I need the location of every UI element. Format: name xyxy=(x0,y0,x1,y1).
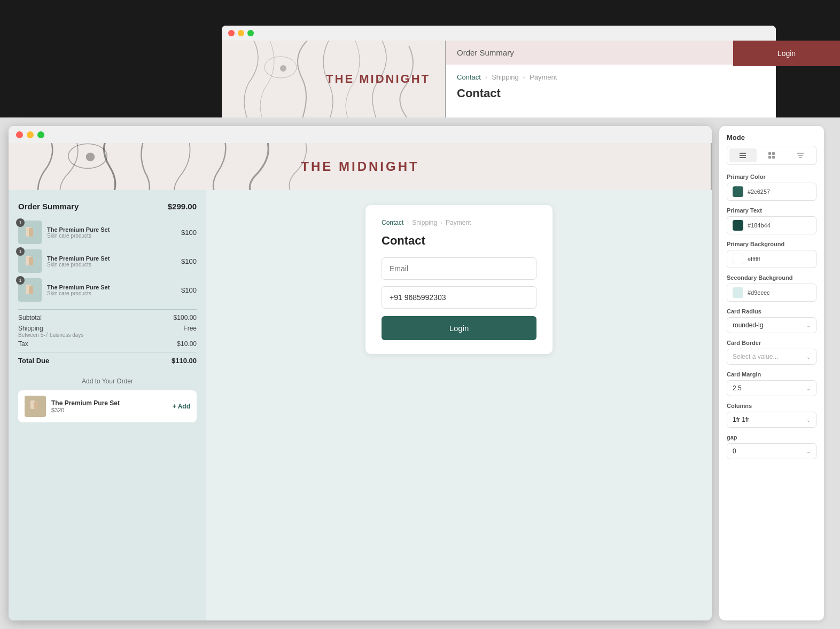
primary-color-value: #2c6257 xyxy=(748,188,770,195)
product-name-2: The Premium Pure Set xyxy=(47,255,176,262)
primary-text-row[interactable]: #184b44 xyxy=(727,216,816,234)
add-button[interactable]: + Add xyxy=(173,403,190,410)
card-margin-arrow: ⌄ xyxy=(806,386,811,391)
breadcrumb-sep2: › xyxy=(440,219,442,226)
breadcrumb-contact-top[interactable]: Contact xyxy=(457,73,481,81)
order-summary-title: Order Summary xyxy=(18,202,79,211)
order-summary-total: $299.00 xyxy=(168,202,197,211)
order-summary-label-preview: Order Summary xyxy=(457,48,514,57)
card-border-select[interactable]: Select a value... ⌄ xyxy=(727,349,816,365)
email-field[interactable] xyxy=(382,257,536,280)
breadcrumb-payment-top[interactable]: Payment xyxy=(530,73,557,81)
primary-color-swatch xyxy=(733,186,743,197)
add-product-price: $320 xyxy=(51,407,167,413)
card-radius-setting: Card Radius rounded-lg ⌄ xyxy=(727,308,816,333)
svg-rect-15 xyxy=(768,152,771,155)
card-margin-value: 2.5 xyxy=(733,384,742,392)
product-badge-3: 1 xyxy=(16,276,25,285)
divider-2 xyxy=(18,352,197,352)
primary-text-swatch xyxy=(733,220,743,231)
breadcrumb-sep1: › xyxy=(407,219,409,226)
phone-field[interactable] xyxy=(382,286,536,309)
brand-name-main: THE MIDNIGHT xyxy=(301,159,419,174)
product-name-3: The Premium Pure Set xyxy=(47,284,176,290)
browser-close-btn[interactable] xyxy=(16,131,23,138)
shipping-note: Between 5-7 buisness days xyxy=(18,332,83,338)
svg-rect-13 xyxy=(740,155,746,156)
table-row: 1 The Premium Pure Set Skin care product… xyxy=(18,278,197,302)
close-dot xyxy=(228,30,235,36)
secondary-bg-swatch xyxy=(733,287,743,298)
card-margin-select[interactable]: 2.5 ⌄ xyxy=(727,380,816,396)
product-price-2: $100 xyxy=(181,257,197,265)
svg-rect-14 xyxy=(740,157,746,158)
columns-value: 1fr 1fr xyxy=(733,416,749,423)
svg-point-1 xyxy=(280,65,286,72)
card-radius-select[interactable]: rounded-lg ⌄ xyxy=(727,317,816,333)
primary-bg-label: Primary Background xyxy=(727,241,816,247)
breadcrumb-shipping[interactable]: Shipping xyxy=(412,219,437,226)
total-due-value: $110.00 xyxy=(172,357,197,365)
gap-setting: gap 0 ⌄ xyxy=(727,434,816,459)
svg-rect-5 xyxy=(29,228,33,237)
card-margin-label: Card Margin xyxy=(727,371,816,378)
maximize-dot xyxy=(247,30,254,36)
breadcrumb-payment[interactable]: Payment xyxy=(446,219,471,226)
total-due-label: Total Due xyxy=(18,357,49,365)
gap-value: 0 xyxy=(733,447,736,455)
breadcrumb-contact[interactable]: Contact xyxy=(382,219,403,226)
shipping-label: Shipping xyxy=(18,325,83,332)
gap-label: gap xyxy=(727,434,816,441)
card-radius-value: rounded-lg xyxy=(733,321,763,329)
columns-select[interactable]: 1fr 1fr ⌄ xyxy=(727,412,816,428)
product-cat-3: Skin care products xyxy=(47,290,176,296)
product-name-1: The Premium Pure Set xyxy=(47,226,176,233)
checkout-card: Contact › Shipping › Payment Contact Log… xyxy=(365,205,553,354)
breadcrumb-sep2-top: › xyxy=(523,73,525,81)
brand-name-preview: THE MIDNIGHT xyxy=(326,72,430,86)
browser-minimize-btn[interactable] xyxy=(27,131,34,138)
add-to-order-label: Add to Your Order xyxy=(18,378,197,385)
table-row: 1 The Premium Pure Set Skin care product… xyxy=(18,221,197,244)
add-product-card: The Premium Pure Set $320 + Add xyxy=(18,390,197,422)
mode-buttons-group xyxy=(727,146,816,165)
browser-titlebar xyxy=(9,126,712,143)
breadcrumb-sep1-top: › xyxy=(485,73,487,81)
checkout-panel: Contact › Shipping › Payment Contact Log… xyxy=(206,190,712,620)
order-summary-panel: Order Summary $299.00 1 The Premium Pure… xyxy=(9,190,206,620)
columns-setting: Columns 1fr 1fr ⌄ xyxy=(727,403,816,428)
columns-arrow: ⌄ xyxy=(806,417,811,423)
product-price-1: $100 xyxy=(181,229,197,237)
tax-label: Tax xyxy=(18,340,28,348)
product-cat-1: Skin care products xyxy=(47,233,176,239)
browser-maximize-btn[interactable] xyxy=(37,131,44,138)
minimize-dot xyxy=(238,30,244,36)
card-margin-setting: Card Margin 2.5 ⌄ xyxy=(727,371,816,396)
login-button[interactable]: Login xyxy=(382,316,536,340)
primary-color-label: Primary Color xyxy=(727,174,816,180)
mode-filter-btn[interactable] xyxy=(787,148,814,162)
settings-panel: Mode Primary Color #2c6257 Primary Text xyxy=(719,126,824,620)
mode-grid-btn[interactable] xyxy=(758,148,785,162)
card-border-value: Select a value... xyxy=(733,353,778,360)
breadcrumb-shipping-top[interactable]: Shipping xyxy=(492,73,519,81)
product-price-3: $100 xyxy=(181,286,197,294)
product-badge-1: 1 xyxy=(16,218,25,227)
shipping-value: Free xyxy=(183,325,197,338)
add-product-name: The Premium Pure Set xyxy=(51,399,167,407)
svg-rect-18 xyxy=(772,156,775,159)
card-radius-arrow: ⌄ xyxy=(806,323,811,328)
login-button-top[interactable]: Login xyxy=(733,41,840,66)
svg-rect-7 xyxy=(29,257,33,265)
svg-rect-11 xyxy=(34,402,38,409)
card-radius-label: Card Radius xyxy=(727,308,816,314)
primary-bg-setting: Primary Background #ffffff xyxy=(727,241,816,268)
subtotal-value: $100.00 xyxy=(174,314,197,321)
primary-bg-row[interactable]: #ffffff xyxy=(727,250,816,268)
primary-color-row[interactable]: #2c6257 xyxy=(727,183,816,201)
secondary-bg-row[interactable]: #d9ecec xyxy=(727,284,816,302)
primary-text-setting: Primary Text #184b44 xyxy=(727,207,816,234)
mode-list-btn[interactable] xyxy=(729,148,757,162)
gap-select[interactable]: 0 ⌄ xyxy=(727,443,816,459)
gap-arrow: ⌄ xyxy=(806,449,811,454)
